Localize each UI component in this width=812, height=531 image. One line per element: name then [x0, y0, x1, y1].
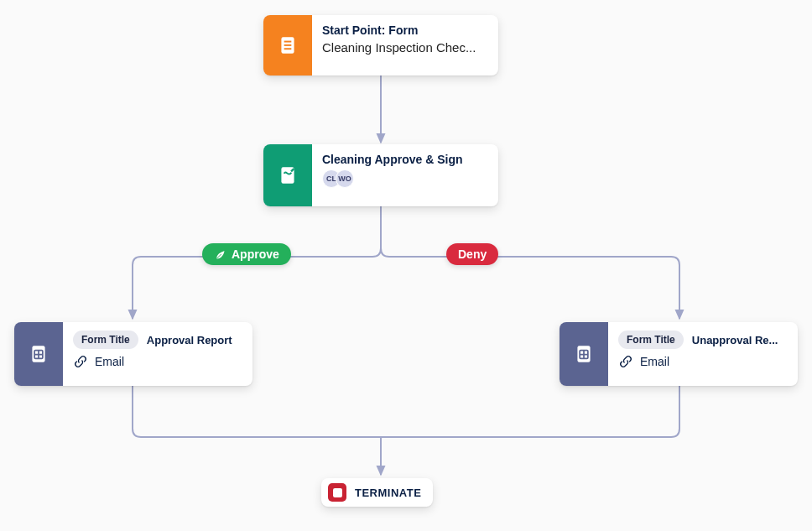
form-title-value: Unapproval Re...: [692, 334, 778, 346]
form-title-pill: Form Title: [73, 331, 138, 349]
stop-icon: [328, 483, 346, 502]
decision-approve[interactable]: Approve: [202, 243, 291, 265]
terminate-label: TERMINATE: [355, 487, 421, 499]
node-unapproval-report[interactable]: Form Title Unapproval Re... Email: [560, 322, 798, 386]
node-subtitle: Cleaning Inspection Chec...: [322, 40, 487, 55]
connectors: [0, 0, 812, 531]
svg-rect-1: [284, 41, 292, 43]
link-icon: [618, 354, 633, 369]
node-approval-report[interactable]: Form Title Approval Report Email: [14, 322, 252, 386]
form-title-pill: Form Title: [618, 331, 684, 349]
report-icon: [560, 322, 608, 386]
form-icon: [263, 15, 312, 75]
node-title: Cleaning Approve & Sign: [322, 153, 487, 166]
decision-label: Deny: [458, 247, 487, 261]
node-terminate[interactable]: TERMINATE: [321, 478, 433, 507]
email-label: Email: [640, 355, 669, 368]
svg-rect-2: [284, 44, 292, 46]
svg-rect-9: [333, 488, 342, 497]
email-label: Email: [95, 355, 124, 368]
svg-rect-3: [284, 48, 292, 49]
decision-label: Approve: [232, 247, 279, 261]
link-icon: [73, 354, 88, 369]
node-approve-sign[interactable]: Cleaning Approve & Sign CL WO: [263, 144, 498, 206]
form-title-value: Approval Report: [147, 334, 232, 346]
avatar: WO: [336, 169, 354, 188]
node-title: Start Point: Form: [322, 23, 487, 37]
leaf-icon: [214, 248, 226, 261]
node-start-form[interactable]: Start Point: Form Cleaning Inspection Ch…: [263, 15, 498, 75]
decision-deny[interactable]: Deny: [446, 243, 498, 265]
report-icon: [14, 322, 63, 386]
avatar-row: CL WO: [322, 169, 487, 188]
signature-icon: [263, 144, 312, 206]
